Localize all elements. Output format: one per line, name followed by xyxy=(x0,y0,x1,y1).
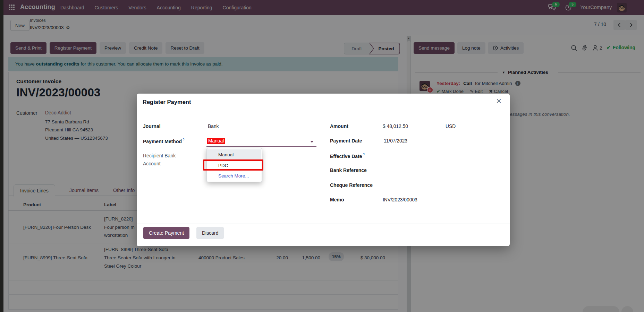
currency-value[interactable]: USD xyxy=(446,124,456,129)
register-payment-modal: Register Payment × Journal Bank Payment … xyxy=(137,94,510,246)
journal-value[interactable]: Bank xyxy=(208,124,219,129)
cheque-reference-label: Cheque Reference xyxy=(330,182,373,188)
create-payment-button[interactable]: Create Payment xyxy=(143,227,189,239)
dropdown-search-more[interactable]: Search More... xyxy=(207,171,261,181)
payment-method-label: Payment Method? xyxy=(143,138,185,144)
memo-label: Memo xyxy=(330,197,344,202)
memo-value[interactable]: INV/2023/00003 xyxy=(383,197,417,202)
modal-title: Register Payment xyxy=(143,99,191,105)
recipient-bank-label-line2: Account xyxy=(143,161,161,166)
bank-reference-label: Bank Reference xyxy=(330,167,367,173)
help-icon: ? xyxy=(363,153,365,157)
effective-date-label: Effective Date? xyxy=(330,153,365,159)
modal-footer-divider xyxy=(137,224,510,224)
dropdown-caret-icon[interactable] xyxy=(310,141,314,143)
help-icon: ? xyxy=(183,138,185,142)
discard-button[interactable]: Discard xyxy=(196,227,224,239)
dropdown-item-manual[interactable]: Manual xyxy=(207,149,261,160)
modal-close-button[interactable]: × xyxy=(496,96,501,106)
amount-value[interactable]: $ 48,012.50 xyxy=(383,124,408,129)
recipient-bank-label-line1: Recipient Bank xyxy=(143,153,176,158)
payment-method-value-selected[interactable]: Manual xyxy=(207,138,225,144)
payment-date-value[interactable]: 11/07/2023 xyxy=(384,138,407,144)
annotation-highlight-box xyxy=(203,159,263,171)
modal-header-divider xyxy=(137,116,510,116)
payment-date-label: Payment Date xyxy=(330,138,362,144)
journal-label: Journal xyxy=(143,123,161,129)
odoo-accounting-app: Accounting Dashboard Customers Vendors A… xyxy=(0,0,644,312)
amount-label: Amount xyxy=(330,123,348,129)
